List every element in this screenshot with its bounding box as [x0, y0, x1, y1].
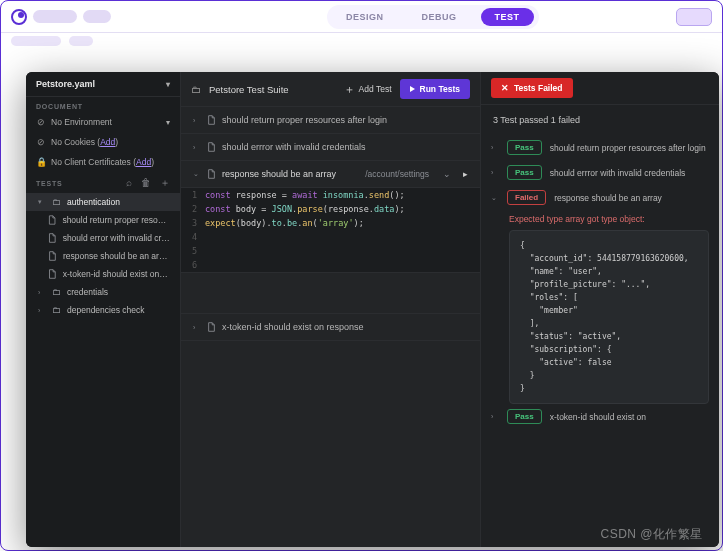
document-icon — [48, 269, 57, 279]
mode-tabs: DESIGN DEBUG TEST — [327, 5, 539, 29]
folder-icon: 🗀 — [52, 197, 61, 207]
play-icon — [410, 86, 415, 92]
lock-icon: 🔒 — [36, 157, 45, 167]
test-row[interactable]: ⌄response should be an array/account/set… — [181, 161, 480, 187]
tree-folder[interactable]: ›🗀dependencies check — [26, 301, 180, 319]
folder-icon: 🗀 — [191, 84, 201, 95]
test-label: should errror with invalid credentials — [222, 142, 366, 152]
app-logo-icon — [11, 9, 27, 25]
tree-label: credentials — [67, 287, 108, 297]
status-badge-fail: Failed — [507, 190, 546, 205]
tests-list: ›should return proper resources after lo… — [181, 107, 480, 187]
result-row[interactable]: ⌄Failedresponse should be an array — [491, 185, 709, 210]
add-icon[interactable]: ＋ — [160, 178, 170, 188]
result-row[interactable]: ›Passshould errror with invalid credenti… — [491, 160, 709, 185]
tab-debug[interactable]: DEBUG — [408, 8, 471, 26]
chevron-right-icon: › — [491, 169, 499, 176]
delete-icon[interactable]: 🗑 — [141, 178, 151, 188]
tests-section-head: TESTS ⌕ 🗑 ＋ — [26, 172, 180, 191]
result-label: response should be an array — [554, 193, 662, 203]
placeholder — [69, 36, 93, 46]
tree-label: should return proper resourc… — [62, 215, 170, 225]
environment-row[interactable]: ⊘ No Environment ▾ — [26, 112, 180, 132]
tree-file[interactable]: response should be an array — [26, 247, 180, 265]
results-panel: ✕Tests Failed 3 Test passed 1 failed ›Pa… — [481, 72, 719, 547]
cookies-row: ⊘ No Cookies (Add) — [26, 132, 180, 152]
tree-file[interactable]: should return proper resourc… — [26, 211, 180, 229]
section-label-tests: TESTS — [36, 180, 63, 187]
chevron-down-icon[interactable]: ⌄ — [443, 169, 451, 179]
folder-icon: 🗀 — [52, 287, 61, 297]
suite-title: Petstore Test Suite — [209, 84, 289, 95]
suite-header: 🗀 Petstore Test Suite ＋Add Test Run Test… — [181, 72, 480, 107]
tab-design[interactable]: DESIGN — [332, 8, 398, 26]
chevron-down-icon: ⌄ — [193, 170, 201, 178]
document-icon — [48, 251, 57, 261]
results-header: ✕Tests Failed — [481, 72, 719, 105]
error-json: { "account_id": 544158779163620600, "nam… — [509, 230, 709, 404]
status-badge-pass: Pass — [507, 165, 542, 180]
test-label: should return proper resources after log… — [222, 115, 387, 125]
tests-failed-badge[interactable]: ✕Tests Failed — [491, 78, 573, 98]
test-label: x-token-id should exist on response — [222, 322, 364, 332]
document-icon — [48, 233, 57, 243]
subheader — [1, 33, 722, 51]
suite-panel: 🗀 Petstore Test Suite ＋Add Test Run Test… — [181, 72, 481, 547]
code-editor[interactable]: 1const response = await insomnia.send();… — [181, 187, 480, 273]
add-test-button[interactable]: ＋Add Test — [344, 84, 392, 94]
chevron-right-icon: › — [193, 324, 201, 331]
results-list: ›Passshould return proper resources afte… — [481, 135, 719, 441]
chevron-down-icon: ▾ — [38, 198, 46, 206]
document-icon — [207, 322, 216, 332]
tree-label: authentication — [67, 197, 120, 207]
file-picker[interactable]: Petstore.yaml ▾ — [26, 72, 180, 97]
request-route[interactable]: /account/settings — [365, 169, 429, 179]
test-app: Petstore.yaml ▾ DOCUMENT ⊘ No Environmen… — [26, 72, 719, 547]
tab-test[interactable]: TEST — [481, 8, 534, 26]
cookies-label: No Cookies (Add) — [51, 137, 118, 147]
chevron-right-icon: › — [491, 144, 499, 151]
env-label: No Environment — [51, 117, 112, 127]
result-label: should errror with invalid credentials — [550, 168, 686, 178]
add-cookies-link[interactable]: Add — [100, 137, 115, 147]
test-row[interactable]: ›should return proper resources after lo… — [181, 107, 480, 134]
chevron-right-icon: › — [38, 289, 46, 296]
folder-icon: 🗀 — [52, 305, 61, 315]
close-icon: ✕ — [501, 83, 509, 93]
sync-button[interactable] — [676, 8, 712, 26]
placeholder-pill — [33, 10, 77, 23]
document-icon — [207, 142, 216, 152]
result-row[interactable]: ›Passshould return proper resources afte… — [491, 135, 709, 160]
test-row[interactable]: › x-token-id should exist on response — [181, 313, 480, 341]
error-message: Expected type array got type object: — [491, 210, 709, 230]
document-icon — [207, 169, 216, 179]
test-row[interactable]: ›should errror with invalid credentials — [181, 134, 480, 161]
tree-label: dependencies check — [67, 305, 145, 315]
certs-row: 🔒 No Client Certificates (Add) — [26, 152, 180, 172]
tree-file[interactable]: x-token-id should exist on r… — [26, 265, 180, 283]
test-label: response should be an array — [222, 169, 336, 179]
placeholder — [11, 36, 61, 46]
document-icon — [207, 115, 216, 125]
tests-tree: ▾🗀authenticationshould return proper res… — [26, 191, 180, 327]
section-label-document: DOCUMENT — [26, 97, 180, 112]
tree-folder[interactable]: ▾🗀authentication — [26, 193, 180, 211]
chevron-right-icon: › — [38, 307, 46, 314]
tree-folder[interactable]: ›🗀credentials — [26, 283, 180, 301]
tree-label: x-token-id should exist on r… — [63, 269, 170, 279]
add-certs-link[interactable]: Add — [136, 157, 151, 167]
run-tests-button[interactable]: Run Tests — [400, 79, 470, 99]
tree-label: response should be an array — [63, 251, 170, 261]
placeholder-pill — [83, 10, 111, 23]
certs-label: No Client Certificates (Add) — [51, 157, 154, 167]
document-icon — [48, 215, 56, 225]
chevron-right-icon: › — [193, 144, 201, 151]
status-badge-pass: Pass — [507, 409, 542, 424]
result-row[interactable]: ›Passx-token-id should exist on — [491, 404, 709, 429]
tree-file[interactable]: should error with invalid cre… — [26, 229, 180, 247]
file-name: Petstore.yaml — [36, 79, 95, 89]
filter-icon[interactable]: ⌕ — [126, 178, 132, 188]
null-icon: ⊘ — [36, 117, 45, 127]
play-icon[interactable]: ▸ — [463, 169, 468, 179]
title-bar: DESIGN DEBUG TEST — [1, 1, 722, 33]
